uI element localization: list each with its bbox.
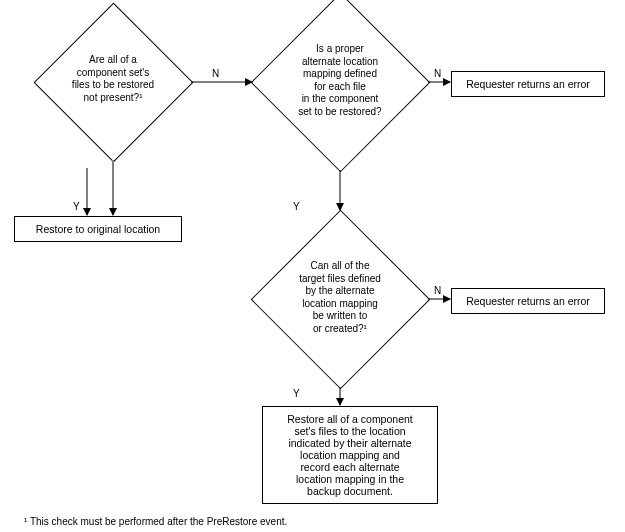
action-error-top: Requester returns an error [451,71,605,97]
label-d2-no: N [434,68,441,79]
label-d3-no: N [434,285,441,296]
action-restore-alternate: Restore all of a component set's files t… [262,406,438,504]
action-error-mid: Requester returns an error [451,288,605,314]
decision-mapping-defined-text: Is a proper alternate location mapping d… [255,43,425,118]
label-d1-no: N [212,68,219,79]
flowchart-canvas: Are all of a component set's files to be… [0,0,625,532]
label-d1-yes: Y [73,201,80,212]
footnote: ¹ This check must be performed after the… [24,516,287,527]
decision-can-write-text: Can all of the target files defined by t… [255,260,425,335]
label-d3-yes: Y [293,388,300,399]
label-d2-yes: Y [293,201,300,212]
decision-files-not-present-text: Are all of a component set's files to be… [28,54,198,104]
action-restore-original: Restore to original location [14,216,182,242]
